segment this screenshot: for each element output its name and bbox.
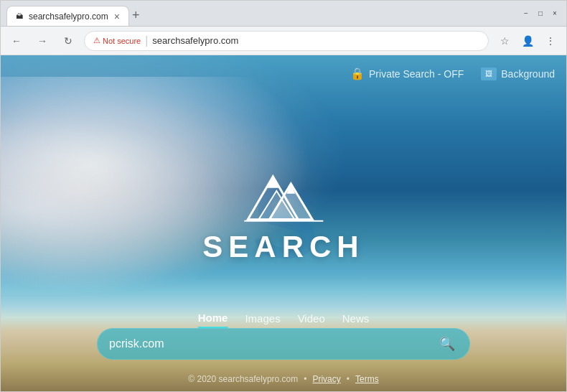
- logo-text: SEARCH: [202, 230, 364, 264]
- address-separator: |: [145, 34, 148, 47]
- tab-news[interactable]: News: [342, 309, 370, 327]
- menu-icon[interactable]: ⋮: [540, 31, 561, 51]
- forward-button[interactable]: →: [32, 31, 52, 51]
- background-button[interactable]: 🖼 Background: [481, 67, 555, 80]
- footer-copyright: © 2020 searchsafelypro.com: [188, 374, 298, 384]
- close-window-button[interactable]: ×: [549, 8, 561, 19]
- maximize-button[interactable]: □: [535, 8, 546, 19]
- not-secure-text: Not secure: [103, 37, 141, 45]
- address-icons: ☆ 👤 ⋮: [495, 31, 561, 51]
- search-input[interactable]: [109, 337, 436, 350]
- bookmark-icon[interactable]: ☆: [495, 31, 515, 51]
- tab-area: 🏔 searchsafelypro.com × +: [6, 1, 515, 26]
- tab-title: searchsafelypro.com: [29, 11, 108, 22]
- terms-link[interactable]: Terms: [355, 374, 379, 384]
- title-bar: 🏔 searchsafelypro.com × + − □ ×: [1, 1, 566, 27]
- privacy-link[interactable]: Privacy: [312, 374, 340, 384]
- minimize-button[interactable]: −: [520, 8, 532, 19]
- search-tabs: Home Images Video News: [198, 309, 370, 328]
- warning-icon: ⚠: [93, 36, 100, 45]
- logo-svg: [237, 162, 330, 227]
- address-text: searchsafelypro.com: [152, 35, 479, 46]
- tab-close-button[interactable]: ×: [114, 11, 120, 22]
- tab-images[interactable]: Images: [245, 309, 280, 327]
- search-button[interactable]: 🔍: [436, 333, 458, 355]
- reload-button[interactable]: ↻: [58, 31, 78, 51]
- footer-dot-2: •: [347, 374, 350, 384]
- not-secure-indicator: ⚠ Not secure: [93, 36, 141, 45]
- image-icon: 🖼: [481, 67, 497, 80]
- tab-home[interactable]: Home: [198, 309, 228, 328]
- logo-area: SEARCH: [202, 162, 364, 264]
- new-tab-button[interactable]: +: [129, 5, 143, 26]
- footer-dot-1: •: [304, 374, 306, 384]
- search-bar: 🔍: [97, 328, 470, 360]
- address-bar: ← → ↻ ⚠ Not secure | searchsafelypro.com…: [1, 27, 566, 55]
- tab-favicon: 🏔: [16, 12, 23, 20]
- background-label: Background: [501, 68, 555, 80]
- private-search-label: Private Search - OFF: [369, 68, 464, 80]
- window-controls: − □ ×: [520, 8, 561, 19]
- tab-video[interactable]: Video: [298, 309, 325, 327]
- private-search-toggle[interactable]: 🔒 Private Search - OFF: [350, 67, 464, 80]
- active-tab[interactable]: 🏔 searchsafelypro.com ×: [6, 6, 129, 26]
- page-top-controls: 🔒 Private Search - OFF 🖼 Background: [350, 67, 555, 80]
- account-icon[interactable]: 👤: [517, 31, 538, 51]
- lock-icon: 🔒: [350, 67, 365, 80]
- browser-frame: 🏔 searchsafelypro.com × + − □ × ← → ↻ ⚠ …: [0, 0, 567, 392]
- back-button[interactable]: ←: [6, 31, 27, 51]
- page-footer: © 2020 searchsafelypro.com • Privacy • T…: [188, 374, 378, 384]
- address-input-wrap[interactable]: ⚠ Not secure | searchsafelypro.com: [84, 31, 489, 51]
- page-content: S 🔒 Private Search - OFF 🖼 Background: [1, 55, 566, 391]
